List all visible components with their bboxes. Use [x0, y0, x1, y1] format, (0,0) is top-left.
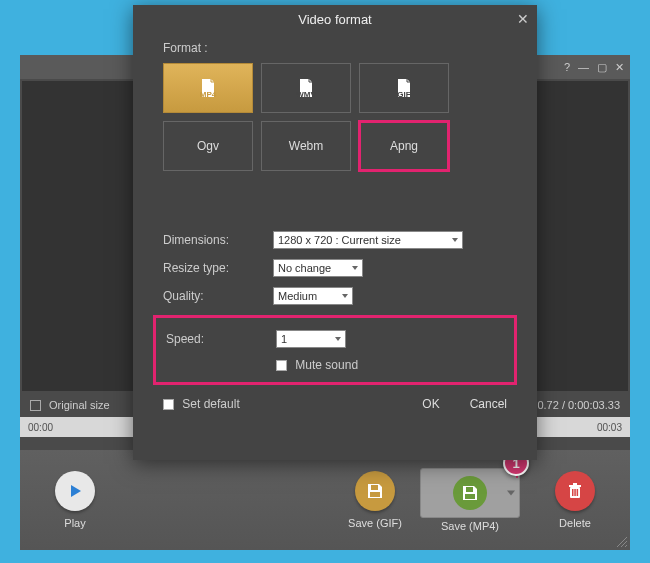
checkbox-icon	[30, 400, 41, 411]
mute-sound-checkbox[interactable]: Mute sound	[276, 358, 358, 372]
ok-button[interactable]: OK	[422, 397, 439, 411]
bottom-toolbar: Play Save (GIF) Save (MP4) Delete	[20, 450, 630, 550]
dimensions-value: 1280 x 720 : Current size	[278, 234, 401, 246]
format-mp4-label: MP4	[200, 90, 216, 99]
dimensions-label: Dimensions:	[163, 233, 273, 247]
checkbox-icon	[276, 360, 287, 371]
quality-select[interactable]: Medium	[273, 287, 353, 305]
chevron-down-icon[interactable]	[507, 491, 515, 496]
play-icon	[55, 471, 95, 511]
cancel-button[interactable]: Cancel	[470, 397, 507, 411]
format-wmv-label: WMV	[296, 90, 316, 99]
disk-icon	[453, 476, 487, 510]
play-label: Play	[64, 517, 85, 529]
svg-rect-7	[573, 483, 577, 485]
svg-rect-6	[569, 485, 581, 487]
play-button[interactable]: Play	[40, 471, 110, 529]
format-option-gif[interactable]: GIF	[359, 63, 449, 113]
save-mp4-button[interactable]: Save (MP4)	[420, 468, 520, 532]
disk-icon	[355, 471, 395, 511]
format-apng-label: Apng	[390, 139, 418, 153]
speed-select[interactable]: 1	[276, 330, 346, 348]
format-option-mp4[interactable]: MP4	[163, 63, 253, 113]
resize-type-label: Resize type:	[163, 261, 273, 275]
dialog-titlebar: Video format ✕	[133, 5, 537, 33]
chevron-down-icon	[342, 294, 348, 298]
format-grid: MP4 WMV GIF Ogv Webm Apng	[163, 63, 507, 171]
dialog-footer: Set default OK Cancel	[133, 397, 537, 421]
format-gif-label: GIF	[397, 90, 410, 99]
timeline-end: 00:03	[597, 422, 622, 433]
mute-sound-label: Mute sound	[295, 358, 358, 372]
quality-label: Quality:	[163, 289, 273, 303]
chevron-down-icon	[452, 238, 458, 242]
save-mp4-label: Save (MP4)	[441, 520, 499, 532]
quality-value: Medium	[278, 290, 317, 302]
svg-rect-2	[370, 492, 380, 497]
format-option-webm[interactable]: Webm	[261, 121, 351, 171]
original-size-label: Original size	[49, 399, 110, 411]
resize-type-value: No change	[278, 262, 331, 274]
format-webm-label: Webm	[289, 139, 323, 153]
dimensions-select[interactable]: 1280 x 720 : Current size	[273, 231, 463, 249]
format-option-apng[interactable]: Apng	[359, 121, 449, 171]
set-default-label: Set default	[182, 397, 239, 411]
format-option-wmv[interactable]: WMV	[261, 63, 351, 113]
close-button[interactable]: ✕	[615, 61, 624, 74]
minimize-button[interactable]: —	[578, 61, 589, 73]
resize-type-select[interactable]: No change	[273, 259, 363, 277]
svg-rect-4	[465, 494, 475, 499]
svg-rect-8	[572, 489, 574, 496]
svg-rect-9	[574, 489, 576, 496]
format-label: Format :	[163, 41, 507, 55]
dialog-close-button[interactable]: ✕	[517, 11, 529, 27]
set-default-checkbox[interactable]: Set default	[163, 397, 240, 411]
delete-label: Delete	[559, 517, 591, 529]
svg-rect-10	[577, 489, 579, 496]
save-gif-label: Save (GIF)	[348, 517, 402, 529]
svg-rect-3	[466, 487, 473, 492]
speed-label: Speed:	[166, 332, 276, 346]
maximize-button[interactable]: ▢	[597, 61, 607, 74]
checkbox-icon	[163, 399, 174, 410]
format-ogv-label: Ogv	[197, 139, 219, 153]
trash-icon	[555, 471, 595, 511]
svg-rect-1	[371, 485, 378, 490]
resize-grip-icon[interactable]	[614, 534, 628, 548]
help-button[interactable]: ?	[564, 61, 570, 73]
dialog-title: Video format	[298, 12, 371, 27]
chevron-down-icon	[335, 337, 341, 341]
original-size-checkbox[interactable]: Original size	[30, 399, 110, 412]
format-option-ogv[interactable]: Ogv	[163, 121, 253, 171]
chevron-down-icon	[352, 266, 358, 270]
video-format-dialog: Video format ✕ Format : MP4 WMV GIF Ogv …	[133, 5, 537, 460]
speed-value: 1	[281, 333, 287, 345]
timeline-start: 00:00	[28, 422, 53, 433]
svg-line-13	[625, 545, 627, 547]
save-gif-button[interactable]: Save (GIF)	[340, 471, 410, 529]
speed-highlight-box: Speed: 1 Mute sound	[153, 315, 517, 385]
delete-button[interactable]: Delete	[540, 471, 610, 529]
svg-marker-0	[71, 485, 81, 497]
